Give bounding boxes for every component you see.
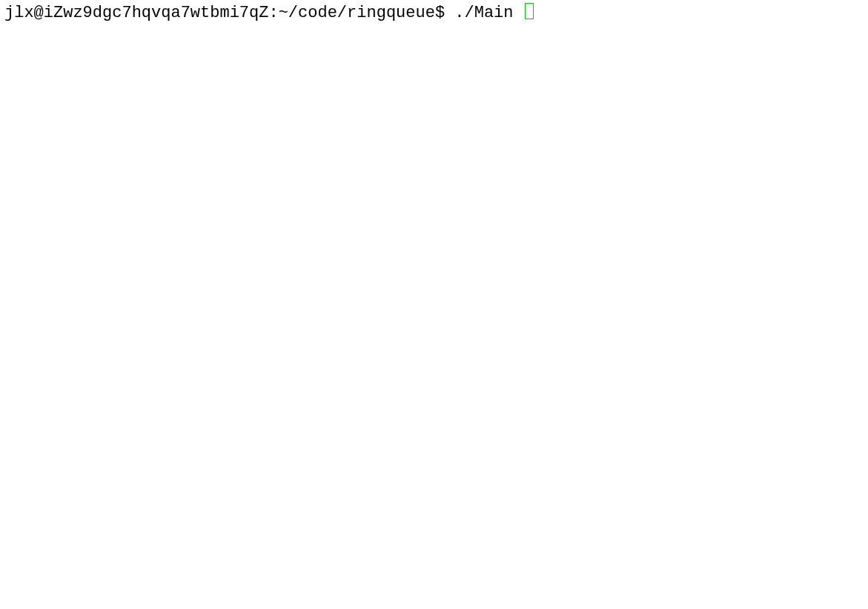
shell-command: ./Main [454,3,523,24]
terminal-line[interactable]: jlx@iZwz9dgc7hqvqa7wtbmi7qZ:~/code/ringq… [4,3,864,24]
cursor-icon [525,3,534,19]
shell-prompt: jlx@iZwz9dgc7hqvqa7wtbmi7qZ:~/code/ringq… [4,3,454,24]
